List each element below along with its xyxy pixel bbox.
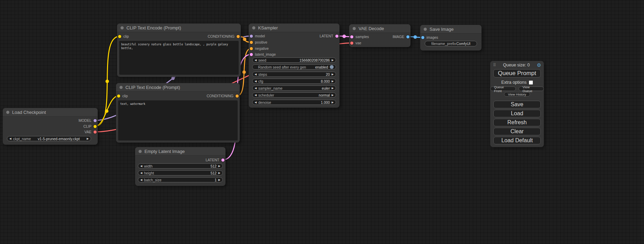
output-clip: CLIP	[83, 124, 97, 129]
widget-label: ckpt_name	[13, 137, 31, 141]
toggle-icon[interactable]	[330, 65, 334, 69]
right-arrow-icon[interactable]: ▶	[218, 179, 220, 181]
sampler-name-widget[interactable]: ◀ sampler_name euler ▶	[252, 85, 336, 91]
image-port-icon[interactable]	[406, 35, 409, 38]
node-clip-text-encode-negative[interactable]: CLIP Text Encode (Prompt) clip CONDITION…	[116, 83, 240, 143]
left-arrow-icon[interactable]: ◀	[255, 80, 257, 83]
input-model: model	[250, 34, 265, 38]
denoise-widget[interactable]: ◀ denoise 1.000 ▶	[252, 100, 336, 105]
model-port-icon[interactable]	[250, 35, 253, 38]
drag-handle-icon[interactable]: ⠿	[493, 63, 496, 67]
batch-size-widget[interactable]: ◀ batch_size 1 ▶	[138, 177, 223, 182]
right-arrow-icon[interactable]: ▶	[218, 165, 220, 168]
vae-port-icon[interactable]	[94, 130, 97, 134]
widget-label: steps	[258, 72, 267, 76]
seed-widget[interactable]: ◀ seed 156680208700286 ▶	[252, 57, 336, 63]
right-arrow-icon[interactable]: ▶	[332, 59, 334, 62]
filename-prefix-widget[interactable]: filename_prefix ComfyUI	[425, 41, 477, 46]
cfg-widget[interactable]: ◀ cfg 8.000 ▶	[252, 79, 336, 84]
refresh-button[interactable]: Refresh	[493, 119, 541, 126]
load-button[interactable]: Load	[493, 110, 541, 117]
extra-options-checkbox[interactable]	[529, 81, 533, 84]
latent-port-icon[interactable]	[335, 35, 338, 38]
collapse-dot-icon[interactable]	[139, 150, 142, 153]
load-default-button[interactable]: Load Default	[493, 137, 541, 144]
ckpt-name-widget[interactable]: ◀ ckpt_name v1-5-pruned-emaonly.ckpt ▶	[7, 136, 91, 141]
left-arrow-icon[interactable]: ◀	[140, 165, 142, 168]
right-arrow-icon[interactable]: ▶	[218, 172, 220, 174]
scheduler-widget[interactable]: ◀ scheduler normal ▶	[252, 92, 336, 98]
node-clip-text-encode-positive[interactable]: CLIP Text Encode (Prompt) clip CONDITION…	[117, 24, 241, 77]
width-widget[interactable]: ◀ width 512 ▶	[138, 163, 223, 169]
queue-front-button[interactable]: Queue Front	[490, 87, 516, 91]
collapse-dot-icon[interactable]	[353, 27, 356, 30]
steps-widget[interactable]: ◀ steps 20 ▶	[252, 72, 336, 77]
right-arrow-icon[interactable]: ▶	[332, 73, 334, 76]
left-arrow-icon[interactable]: ◀	[255, 87, 257, 90]
node-titlebar[interactable]: VAE Decode	[349, 24, 411, 33]
collapse-dot-icon[interactable]	[6, 111, 9, 114]
left-arrow-icon[interactable]: ◀	[255, 73, 257, 76]
image-port-icon[interactable]	[421, 36, 424, 39]
left-arrow-icon[interactable]: ◀	[140, 179, 142, 181]
clip-port-icon[interactable]	[118, 35, 121, 38]
collapse-dot-icon[interactable]	[252, 26, 255, 29]
output-label: MODEL	[79, 118, 91, 123]
latent-port-icon[interactable]	[221, 159, 224, 162]
link-mid-dot	[243, 38, 246, 41]
prompt-textarea[interactable]: text, watermark	[118, 100, 238, 141]
clear-button[interactable]: Clear	[493, 128, 541, 135]
node-titlebar[interactable]: Load Checkpoint	[3, 108, 98, 117]
queue-prompt-button[interactable]: Queue Prompt	[493, 69, 541, 78]
gear-icon[interactable]: ⚙	[537, 63, 541, 67]
left-arrow-icon[interactable]: ◀	[140, 172, 142, 174]
view-history-button[interactable]: View History	[504, 92, 530, 97]
latent-port-icon[interactable]	[350, 35, 353, 38]
right-arrow-icon[interactable]: ▶	[332, 94, 334, 97]
node-save-image[interactable]: Save Image images filename_prefix ComfyU…	[420, 25, 482, 51]
view-queue-button[interactable]: View Queue	[519, 87, 544, 91]
collapse-dot-icon[interactable]	[120, 86, 123, 89]
extra-options-row: Extra options	[490, 80, 544, 85]
save-button[interactable]: Save	[493, 101, 541, 108]
node-titlebar[interactable]: KSampler	[249, 24, 339, 32]
queue-menu-panel: ⠿ Queue size: 0 ⚙ Queue Prompt Extra opt…	[490, 61, 544, 147]
latent-port-icon[interactable]	[250, 53, 253, 56]
left-arrow-icon[interactable]: ◀	[255, 101, 257, 104]
right-arrow-icon[interactable]: ▶	[332, 101, 334, 104]
node-ksampler[interactable]: KSampler model positive negative latent_…	[249, 24, 339, 108]
node-titlebar[interactable]: Save Image	[420, 25, 482, 34]
output-model: MODEL	[79, 118, 97, 123]
right-arrow-icon[interactable]: ▶	[332, 87, 334, 90]
prompt-textarea[interactable]: beautiful scenery nature glass bottle la…	[119, 41, 239, 75]
vae-port-icon[interactable]	[350, 42, 353, 45]
input-clip: clip	[118, 34, 129, 39]
node-vae-decode[interactable]: VAE Decode samples vae IMAGE	[349, 24, 411, 47]
node-empty-latent-image[interactable]: Empty Latent Image LATENT ◀ width 512 ▶ …	[135, 147, 226, 186]
extra-options-label: Extra options	[501, 80, 527, 85]
conditioning-port-icon[interactable]	[237, 35, 240, 38]
left-arrow-icon[interactable]: ◀	[255, 59, 257, 62]
clip-port-icon[interactable]	[117, 94, 120, 98]
random-seed-widget[interactable]: Random seed after every gen enabled	[252, 64, 336, 70]
node-titlebar[interactable]: CLIP Text Encode (Prompt)	[117, 24, 241, 32]
collapse-dot-icon[interactable]	[424, 28, 427, 31]
node-titlebar[interactable]: Empty Latent Image	[135, 147, 226, 156]
link-mid-dot	[106, 80, 109, 83]
clip-port-icon[interactable]	[94, 125, 97, 128]
model-port-icon[interactable]	[94, 119, 97, 122]
collapse-dot-icon[interactable]	[121, 26, 124, 29]
node-canvas[interactable]: Load Checkpoint MODEL CLIP VAE ◀ ckpt_na…	[0, 0, 644, 244]
height-widget[interactable]: ◀ height 512 ▶	[138, 170, 223, 175]
widget-label: height	[144, 171, 154, 175]
conditioning-port-icon[interactable]	[250, 41, 253, 44]
node-titlebar[interactable]: CLIP Text Encode (Prompt)	[116, 83, 240, 92]
left-arrow-icon[interactable]: ◀	[9, 137, 11, 140]
node-load-checkpoint[interactable]: Load Checkpoint MODEL CLIP VAE ◀ ckpt_na…	[3, 108, 98, 145]
output-vae: VAE	[85, 129, 97, 134]
left-arrow-icon[interactable]: ◀	[255, 94, 257, 97]
conditioning-port-icon[interactable]	[250, 47, 253, 50]
right-arrow-icon[interactable]: ▶	[87, 137, 89, 140]
right-arrow-icon[interactable]: ▶	[332, 80, 334, 83]
conditioning-port-icon[interactable]	[236, 94, 239, 98]
